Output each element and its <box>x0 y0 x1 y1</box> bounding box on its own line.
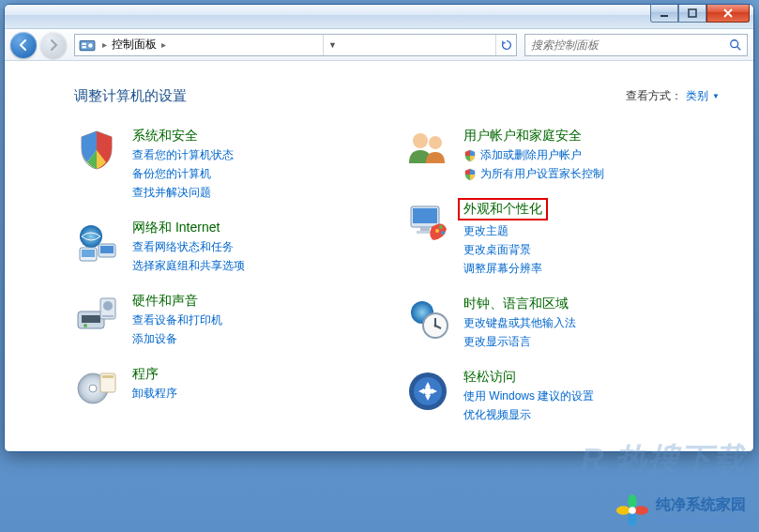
category-item: 轻松访问使用 Windows 建议的设置优化视频显示 <box>405 369 720 423</box>
svg-line-7 <box>737 46 741 50</box>
category-body: 轻松访问使用 Windows 建议的设置优化视频显示 <box>463 369 594 423</box>
category-link[interactable]: 查找并解决问题 <box>132 185 234 201</box>
svg-point-31 <box>441 231 445 235</box>
svg-point-24 <box>429 136 442 149</box>
chevron-down-icon[interactable]: ▼ <box>712 92 720 100</box>
category-link[interactable]: 为所有用户设置家长控制 <box>463 166 604 182</box>
close-button[interactable] <box>706 4 750 23</box>
category-body: 硬件和声音查看设备和打印机添加设备 <box>132 293 222 347</box>
category-link[interactable]: 查看设备和打印机 <box>132 312 222 328</box>
svg-point-23 <box>413 133 428 148</box>
category-link[interactable]: 添加设备 <box>132 331 222 347</box>
category-link[interactable]: 优化视频显示 <box>463 407 594 423</box>
watermark-2: 纯净系统家园 www.yidaimei.com <box>615 493 746 528</box>
category-link-text: 为所有用户设置家长控制 <box>480 166 604 182</box>
category-title[interactable]: 程序 <box>132 366 177 383</box>
category-link[interactable]: 更改键盘或其他输入法 <box>463 315 576 331</box>
chevron-right-icon: ▸ <box>99 39 110 50</box>
category-link-text: 查看您的计算机状态 <box>132 147 234 163</box>
view-by-value[interactable]: 类别 <box>686 88 708 104</box>
minimize-button[interactable] <box>650 4 678 23</box>
category-link[interactable]: 使用 Windows 建议的设置 <box>463 388 594 404</box>
navbar: ▸ 控制面板 ▸ ▼ <box>5 29 753 61</box>
search-box[interactable] <box>524 34 748 56</box>
category-link[interactable]: 选择家庭组和共享选项 <box>132 258 245 274</box>
category-body: 系统和安全查看您的计算机状态备份您的计算机查找并解决问题 <box>132 128 234 201</box>
chevron-down-icon[interactable]: ▼ <box>323 35 342 55</box>
watermark-2-text: 纯净系统家园 <box>656 495 746 515</box>
view-by-label: 查看方式： <box>626 88 682 104</box>
svg-point-41 <box>628 512 637 526</box>
content-header: 调整计算机的设置 查看方式： 类别 ▼ <box>74 87 720 105</box>
control-panel-icon <box>79 37 96 53</box>
category-item: 程序卸载程序 <box>74 366 388 411</box>
svg-rect-0 <box>660 15 668 17</box>
category-links: 使用 Windows 建议的设置优化视频显示 <box>463 388 594 423</box>
category-link[interactable]: 查看网络状态和任务 <box>132 239 245 255</box>
back-button[interactable] <box>10 32 37 58</box>
category-body: 用户帐户和家庭安全添加或删除用户帐户为所有用户设置家长控制 <box>463 128 604 182</box>
category-link[interactable]: 更改桌面背景 <box>463 242 542 258</box>
category-title[interactable]: 外观和个性化 <box>458 198 548 220</box>
svg-rect-10 <box>100 246 114 253</box>
svg-point-6 <box>731 39 738 47</box>
category-link-text: 选择家庭组和共享选项 <box>132 258 245 274</box>
svg-point-20 <box>89 385 97 392</box>
category-grid: 系统和安全查看您的计算机状态备份您的计算机查找并解决问题网络和 Internet… <box>74 128 720 423</box>
titlebar <box>5 5 753 29</box>
category-item: 网络和 Internet查看网络状态和任务选择家庭组和共享选项 <box>74 220 388 274</box>
uac-shield-icon <box>463 168 477 181</box>
svg-point-5 <box>88 43 93 48</box>
category-title[interactable]: 硬件和声音 <box>132 293 222 310</box>
category-item: 系统和安全查看您的计算机状态备份您的计算机查找并解决问题 <box>74 128 388 201</box>
category-title[interactable]: 时钟、语言和区域 <box>463 296 576 312</box>
content-area: 调整计算机的设置 查看方式： 类别 ▼ 系统和安全查看您的计算机状态备份您的计算… <box>5 61 753 451</box>
category-title[interactable]: 轻松访问 <box>463 369 594 386</box>
svg-rect-18 <box>102 315 114 317</box>
logo-icon <box>615 493 650 528</box>
watermark-2-sub: www.yidaimei.com <box>656 515 746 525</box>
svg-point-17 <box>103 301 113 311</box>
category-link-text: 更改主题 <box>463 223 509 239</box>
category-link-text: 查看设备和打印机 <box>132 312 222 328</box>
category-links: 卸载程序 <box>132 386 177 402</box>
svg-point-43 <box>628 494 637 509</box>
category-item: 外观和个性化更改主题更改桌面背景调整屏幕分辨率 <box>405 201 720 277</box>
category-body: 程序卸载程序 <box>132 366 177 402</box>
category-link-text: 更改桌面背景 <box>463 242 531 258</box>
svg-rect-14 <box>82 315 100 323</box>
hardware-icon <box>74 293 119 338</box>
category-title[interactable]: 系统和安全 <box>132 128 234 144</box>
category-link[interactable]: 卸载程序 <box>132 386 177 402</box>
shield-icon <box>74 128 119 173</box>
category-link[interactable]: 备份您的计算机 <box>132 166 234 182</box>
address-bar[interactable]: ▸ 控制面板 ▸ ▼ <box>74 34 517 56</box>
category-title[interactable]: 用户帐户和家庭安全 <box>463 128 604 144</box>
category-link[interactable]: 更改主题 <box>463 223 542 239</box>
search-input[interactable] <box>525 38 724 52</box>
refresh-button[interactable] <box>495 35 516 55</box>
category-link[interactable]: 更改显示语言 <box>463 334 576 350</box>
maximize-button[interactable] <box>678 4 706 23</box>
category-title[interactable]: 网络和 Internet <box>132 220 245 236</box>
category-links: 更改键盘或其他输入法更改显示语言 <box>463 315 576 350</box>
category-link-text: 添加或删除用户帐户 <box>480 147 582 163</box>
search-button[interactable] <box>724 35 747 55</box>
forward-button[interactable] <box>40 32 67 58</box>
ease-icon <box>405 369 450 414</box>
category-item: 硬件和声音查看设备和打印机添加设备 <box>74 293 388 347</box>
network-icon <box>74 220 119 265</box>
category-item: 用户帐户和家庭安全添加或删除用户帐户为所有用户设置家长控制 <box>405 128 720 182</box>
category-link-text: 更改键盘或其他输入法 <box>463 315 576 331</box>
category-link[interactable]: 调整屏幕分辨率 <box>463 261 542 277</box>
svg-rect-27 <box>420 227 430 231</box>
category-links: 更改主题更改桌面背景调整屏幕分辨率 <box>463 223 542 277</box>
svg-point-40 <box>634 506 648 515</box>
category-link-text: 备份您的计算机 <box>132 166 211 182</box>
category-link[interactable]: 查看您的计算机状态 <box>132 147 234 163</box>
category-link[interactable]: 添加或删除用户帐户 <box>463 147 604 163</box>
category-column-left: 系统和安全查看您的计算机状态备份您的计算机查找并解决问题网络和 Internet… <box>74 128 388 423</box>
breadcrumb-root[interactable]: 控制面板 <box>110 37 159 53</box>
category-links: 添加或删除用户帐户为所有用户设置家长控制 <box>463 147 604 182</box>
svg-point-15 <box>83 324 87 327</box>
